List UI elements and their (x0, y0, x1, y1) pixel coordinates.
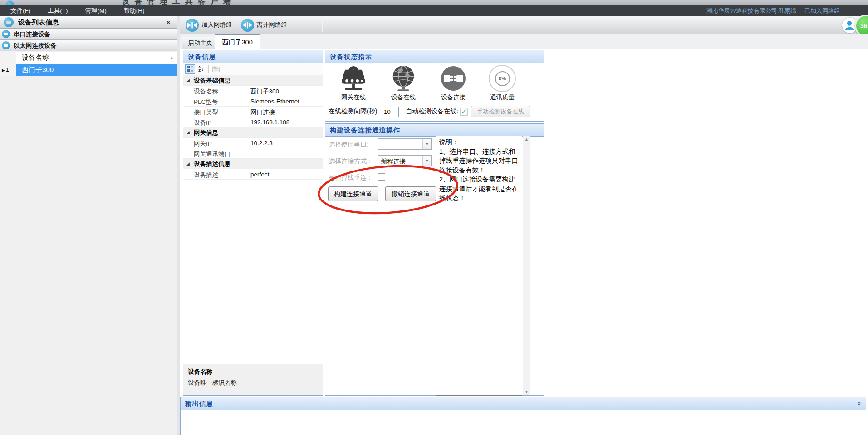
revoke-channel-button[interactable]: 撤销连接通道 (385, 186, 436, 201)
quality-ring-icon: 0% (485, 65, 520, 92)
table-corner-cell (0, 52, 16, 64)
device-table-header[interactable]: 设备名称 ▲ (0, 52, 177, 64)
reconnect-checkbox[interactable] (378, 173, 385, 181)
app-icon (5, 0, 15, 5)
sidebar-item-serial-devices[interactable]: 串口连接设备 (0, 29, 177, 40)
gateway-online-indicator: 网关在线 (336, 65, 371, 102)
output-panel-header: 输出信息 (181, 397, 866, 410)
serial-device-icon (2, 30, 10, 38)
expander-icon[interactable]: ◢ (186, 78, 190, 83)
application-window: 设备管理工具客户端 文件(F) 工具(T) 管理(M) 帮助(H) 设备列表信息… (0, 0, 868, 435)
join-network-group-button[interactable]: 加入网络组 (184, 17, 237, 33)
row-header: ▶1 (0, 64, 16, 76)
network-status-label: 已加入网络组 (804, 7, 840, 14)
document-tabbar: 启动主页 西门子300 (180, 34, 868, 49)
plug-icon (437, 65, 470, 92)
company-user-label: 湖南华辰智通科技有限公司:孔雨绵 (706, 7, 797, 14)
property-row-gateway-ip[interactable]: 网关IP 10.2.2.3 (183, 138, 323, 148)
serial-port-combo[interactable]: ▼ (378, 138, 432, 150)
property-category[interactable]: ◢ 网关信息 (183, 127, 323, 138)
connect-mode-combo[interactable]: 编程连接 ▼ (378, 155, 432, 166)
property-row-gateway-port[interactable]: 网关通讯端口 (183, 148, 323, 159)
tab-start-home[interactable]: 启动主页 (182, 37, 218, 49)
menu-help[interactable]: 帮助(H) (118, 5, 151, 16)
help-line: 1、选择串口、连接方式和掉线重连操作选项只对串口连接设备有效！ (439, 147, 519, 175)
expander-icon[interactable]: ◢ (186, 161, 190, 166)
property-row-device-name[interactable]: 设备名称 西门子300 (183, 86, 323, 96)
quality-percent: 0% (495, 71, 510, 86)
auto-detect-checkbox[interactable]: ✓ (460, 108, 468, 116)
toolbar-separator (293, 18, 293, 32)
property-category[interactable]: ◢ 设备描述信息 (183, 159, 323, 169)
column-header-device-name: 设备名称 (22, 54, 49, 62)
gateway-icon (336, 65, 371, 92)
join-network-icon (186, 19, 199, 32)
main-toolbar: 加入网络组 离开网络组 (180, 16, 868, 34)
connect-mode-label: 选择连接方式 : (329, 157, 370, 166)
reconnect-label: 是否掉线重连 : (329, 174, 370, 182)
property-category[interactable]: ◢ 设备基础信息 (183, 75, 323, 86)
window-titlebar: 设备管理工具客户端 (0, 0, 868, 5)
device-info-panel-header: 设备信息 (183, 50, 323, 63)
channel-panel-header: 构建设备连接通道操作 (325, 124, 544, 137)
property-row-plc-model[interactable]: PLC型号 Siemens-Ethernet (183, 96, 323, 107)
leave-network-group-button[interactable]: 离开网络组 (239, 17, 292, 33)
device-status-panel: 设备状态指示 网关在线 (325, 50, 544, 122)
property-pages-icon (211, 64, 221, 74)
property-row-device-ip[interactable]: 设备IP 192.168.1.188 (183, 117, 323, 127)
company-user-status: 湖南华辰智通科技有限公司:孔雨绵 已加入网络组 (700, 7, 840, 15)
leave-network-icon (241, 19, 254, 32)
scroll-down-icon[interactable]: ▼ (523, 390, 530, 394)
serial-port-label: 选择使用串口: (329, 141, 368, 149)
sidebar-header: 设备列表信息 « (0, 16, 177, 29)
description-text: 设备唯一标识名称 (188, 379, 318, 387)
build-channel-button[interactable]: 构建连接通道 (328, 186, 378, 201)
sidebar-splitter[interactable] (177, 16, 180, 435)
row-marker-icon: ▶ (2, 68, 5, 73)
sort-asc-icon: ▲ (170, 55, 174, 60)
chevron-down-icon[interactable]: ▼ (422, 156, 431, 166)
help-line: 说明： (439, 137, 519, 147)
sidebar-collapse-icon[interactable]: « (167, 18, 170, 25)
sidebar-title: 设备列表信息 (18, 18, 59, 27)
device-online-indicator: 设备在线 (387, 65, 420, 102)
description-title: 设备名称 (188, 368, 318, 376)
comm-quality-indicator: 0% 通讯质量 (485, 65, 520, 102)
toolbar-separator (238, 18, 238, 32)
manual-detect-button[interactable]: 手动检测设备在线 (471, 106, 530, 117)
status-panel-header: 设备状态指示 (325, 50, 544, 63)
device-table: 设备名称 ▲ ▶1 西门子300 (0, 52, 177, 435)
output-collapse-icon[interactable]: « (855, 402, 862, 405)
menu-file[interactable]: 文件(F) (5, 5, 36, 16)
expander-icon[interactable]: ◢ (186, 130, 190, 135)
property-row-interface-type[interactable]: 接口类型 网口连接 (183, 107, 323, 117)
interval-input[interactable] (381, 107, 399, 117)
property-description-box: 设备名称 设备唯一标识名称 (183, 364, 323, 395)
ethernet-device-icon (2, 41, 10, 49)
auto-detect-label: 自动检测设备在线: (406, 108, 458, 116)
device-info-panel: 设备信息 AZ ↓ ◢ 设备基础信息 设备名称 西门子300 PLC型号 Sie… (183, 50, 323, 396)
property-grid-toolbar: AZ ↓ (183, 63, 323, 75)
scroll-up-icon[interactable]: ▲ (523, 137, 530, 142)
tab-siemens300[interactable]: 西门子300 (215, 34, 260, 49)
toolbar-separator (322, 18, 323, 32)
menu-tools[interactable]: 工具(T) (42, 5, 74, 16)
alphabetical-sort-icon[interactable]: AZ ↓ (196, 64, 206, 74)
status-controls-row: 在线检测间隔(秒): 自动检测设备在线: ✓ 手动检测设备在线 (325, 106, 544, 117)
sidebar-item-ethernet-devices[interactable]: 以太网连接设备 (0, 40, 177, 51)
help-text-box: 说明： 1、选择串口、连接方式和掉线重连操作选项只对串口连接设备有效！ 2、网口… (436, 136, 522, 396)
interval-label: 在线检测间隔(秒): (329, 108, 379, 116)
table-row[interactable]: ▶1 西门子300 (0, 64, 177, 76)
help-line: 2、网口连接设备需要构建连接通道后才能看到是否在线状态！ (439, 175, 519, 203)
help-scrollbar[interactable]: ▲ ▼ (523, 136, 530, 395)
menu-manage[interactable]: 管理(M) (79, 5, 113, 16)
channel-operations-panel: 构建设备连接通道操作 选择使用串口: ▼ 选择连接方式 : 编程连接 ▼ 是否掉… (325, 123, 544, 396)
property-row-device-description[interactable]: 设备描述 perfect (183, 169, 323, 180)
toolbar-separator (208, 65, 209, 73)
categorized-view-icon[interactable] (185, 64, 195, 74)
globe-icon (387, 65, 420, 92)
window-title: 设备管理工具客户端 (122, 0, 236, 5)
output-panel: 输出信息 « (180, 397, 866, 435)
chevron-down-icon[interactable]: ▼ (422, 139, 431, 149)
device-connect-indicator: 设备连接 (437, 65, 470, 102)
